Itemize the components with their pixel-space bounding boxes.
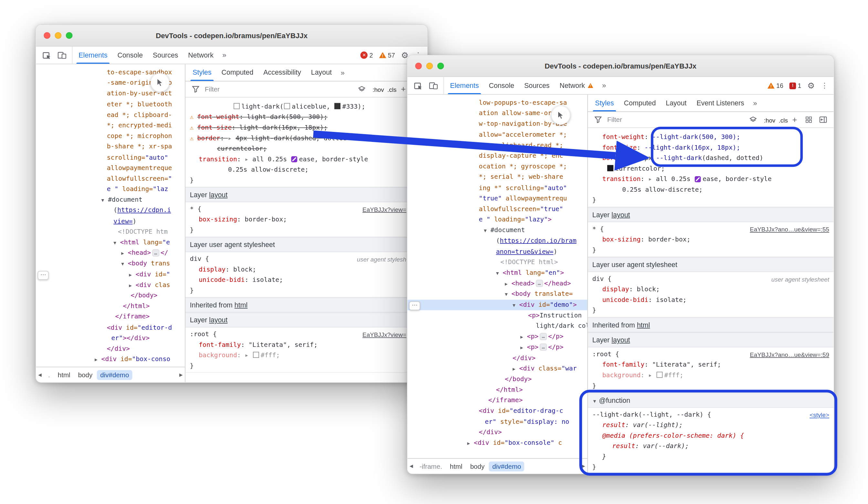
expand-children-button[interactable]: … [536, 280, 543, 287]
dom-tree-row[interactable]: anon=true&view=) [407, 246, 587, 257]
zoom-window-button[interactable] [66, 32, 73, 39]
dom-overflow-ellipsis[interactable]: ⋯ [38, 271, 49, 280]
color-swatch[interactable] [657, 372, 663, 378]
dom-tree-row[interactable]: allow="accelerometer *; [407, 129, 587, 140]
breadcrumb-item-body[interactable]: body [75, 370, 96, 380]
color-swatch[interactable] [284, 103, 290, 109]
sidebar-tab-computed[interactable]: Computed [216, 64, 258, 81]
sidebar-more-tabs-chevron[interactable]: » [337, 64, 348, 81]
dom-tree-row[interactable]: ▼<body trans [36, 258, 185, 269]
minimize-window-button[interactable] [55, 32, 62, 39]
style-declaration-row[interactable]: * {EaYBJJx?view= [185, 204, 427, 215]
dom-tree-row[interactable]: er"></div> [36, 333, 185, 343]
dom-tree-row[interactable]: <div id="editor-drag-c [407, 406, 587, 416]
breadcrumb-item-div#demo[interactable]: div#demo [489, 461, 525, 471]
sidebar-tab-accessibility[interactable]: Accessibility [258, 64, 306, 81]
style-declaration-row[interactable]: result: var(--dark); [588, 441, 834, 452]
style-declaration-row[interactable]: ⚠ border: ▸ 4px light-dark(dashed, dotte… [185, 133, 427, 143]
style-declaration-row[interactable]: } [185, 225, 427, 236]
dom-tree-row[interactable]: ▼<html lang="en"> [407, 268, 587, 278]
style-declaration-row[interactable]: result: var(--light); [588, 420, 834, 431]
style-declaration-row[interactable]: :root {EaYBJJx?ano…ue&view=:59 [588, 349, 834, 360]
dom-tree-row[interactable]: view=) [36, 216, 185, 226]
style-declaration-row[interactable]: div {user agent stylesh [185, 254, 427, 264]
dom-tree-row[interactable]: ▶<p>…</p> [407, 342, 587, 353]
dom-tree-row[interactable]: e " loading="laz [36, 184, 185, 195]
dom-tree-row[interactable]: ▶<head>…</ [36, 248, 185, 258]
style-control-cls[interactable]: .cls [777, 117, 789, 124]
titlebar[interactable]: DevTools - codepen.io/bramus/pen/EaYBJJx [407, 55, 834, 77]
dom-tree-row[interactable]: *; encrypted-medi [36, 120, 185, 131]
source-link[interactable]: view= [113, 217, 133, 225]
dom-tree-row[interactable]: eter *; bluetooth [36, 99, 185, 110]
dom-tree-row[interactable]: ▼<html lang="e [36, 237, 185, 248]
sidebar-tab-layout[interactable]: Layout [661, 95, 692, 111]
dom-tree-row[interactable]: </body> [407, 374, 587, 384]
grid-icon[interactable] [804, 117, 814, 123]
breadcrumb-item-body[interactable]: body [467, 461, 488, 471]
device-toolbar-icon[interactable] [429, 82, 438, 89]
style-declaration-row[interactable]: light-dark(aliceblue, #333); [185, 101, 427, 112]
style-declaration-row[interactable]: box-sizing: border-box; [185, 214, 427, 225]
source-link[interactable]: layout [209, 316, 227, 324]
style-declaration-row[interactable]: currentcolor; [588, 164, 834, 174]
expand-children-button[interactable]: … [152, 249, 159, 256]
warning-badge[interactable]: !16 [767, 82, 783, 89]
panel-tab-network[interactable]: Network! [555, 77, 598, 94]
panel-tab-elements[interactable]: Elements [445, 77, 484, 94]
style-control-hov[interactable]: :hov [762, 117, 777, 124]
color-swatch[interactable] [335, 103, 341, 109]
close-window-button[interactable] [415, 63, 422, 70]
style-declaration-row[interactable]: transition: ▸ all 0.25s ease, border-sty… [588, 174, 834, 184]
breadcrumb-item-div#demo[interactable]: div#demo [97, 370, 133, 380]
dom-tree-row[interactable]: <!DOCTYPE htm [36, 226, 185, 237]
dom-tree-row[interactable]: cope *; microphon [36, 131, 185, 142]
style-declaration-row[interactable]: 0.25s allow-discrete; [588, 184, 834, 195]
dom-tree-row[interactable]: </body> [36, 290, 185, 301]
dom-tree-row[interactable]: display-capture *; enc [407, 151, 587, 161]
style-declaration-row[interactable]: 0.25s allow-discrete; [185, 164, 427, 175]
dom-tree-row[interactable]: ▼<body translate= [407, 289, 587, 299]
panel-tab-console[interactable]: Console [112, 47, 148, 64]
more-options-kebab-icon[interactable]: ⋮ [821, 81, 828, 90]
layers-icon[interactable] [748, 117, 758, 123]
dom-tree-row[interactable]: allowpaymentreque [36, 163, 185, 173]
sidebar-tab-computed[interactable]: Computed [619, 95, 661, 111]
stylesheet-source-link[interactable]: EaYBJJx?ano…ue&view=:59 [750, 350, 829, 360]
dom-tree-row[interactable]: ▶<head>…</head> [407, 278, 587, 289]
sidebar-tab-layout[interactable]: Layout [306, 64, 337, 81]
style-declaration-row[interactable]: ⚠ font-size: light-dark(16px, 18px); [185, 122, 427, 133]
style-declaration-row[interactable]: } [588, 381, 834, 391]
source-link[interactable]: html [235, 301, 247, 309]
dom-tree-row[interactable]: ▶<div id="box-console" c [407, 438, 587, 448]
dom-tree-row[interactable]: ead *; clipboard- [36, 110, 185, 120]
dom-tree-row[interactable]: allowfullscreen=" [36, 173, 185, 184]
breadcrumb-item--iframe.[interactable]: -iframe. [416, 461, 445, 471]
stylesheet-source-link[interactable]: EaYBJJx?ano…ue&view=:55 [750, 224, 829, 235]
style-declaration-row[interactable]: font-family: "Literata", serif; [588, 360, 834, 370]
style-declaration-row[interactable]: transition: ▸ all 0.25s ease, border-sty… [185, 154, 427, 164]
sidebar-tab-event-listeners[interactable]: Event Listeners [692, 95, 750, 111]
style-declaration-row[interactable]: border: ▸ 4px --light-dark(dashed, dotte… [588, 153, 834, 164]
source-link[interactable]: layout [611, 211, 630, 219]
style-declaration-row[interactable]: font-size: --light-dark(16px, 18px); [588, 142, 834, 153]
dom-tree-row[interactable]: </iframe> [36, 312, 185, 322]
dom-tree-row[interactable]: "true" allowpaymentrequ [407, 193, 587, 204]
dom-tree-row[interactable]: a *; clipboard-read *; [407, 140, 587, 151]
style-declaration-row[interactable]: } [588, 452, 834, 462]
settings-gear-icon[interactable]: ⚙ [807, 81, 815, 91]
style-declaration-row[interactable]: } [588, 195, 834, 205]
panel-tab-sources[interactable]: Sources [148, 47, 183, 64]
dom-tree-row[interactable]: ▼<div id="demo"> [407, 299, 587, 310]
dom-overflow-ellipsis[interactable]: ⋯ [409, 301, 420, 310]
breadcrumb-scroll-left[interactable]: ◀ [38, 367, 42, 382]
style-declaration-row[interactable]: --light-dark(--light, --dark) {<style> [588, 409, 834, 420]
source-link[interactable]: https://cdpn.io/bram [500, 236, 576, 244]
source-link[interactable]: anon=true&view= [496, 247, 554, 255]
source-link[interactable]: layout [209, 191, 227, 199]
dom-tree-row[interactable]: </div> [407, 427, 587, 438]
style-declaration-row[interactable]: ⚠ font-weight: light-dark(500, 300); [185, 112, 427, 122]
color-swatch[interactable] [234, 103, 240, 109]
color-swatch[interactable] [607, 165, 613, 171]
dom-tree-row[interactable]: ▼#document [407, 225, 587, 236]
